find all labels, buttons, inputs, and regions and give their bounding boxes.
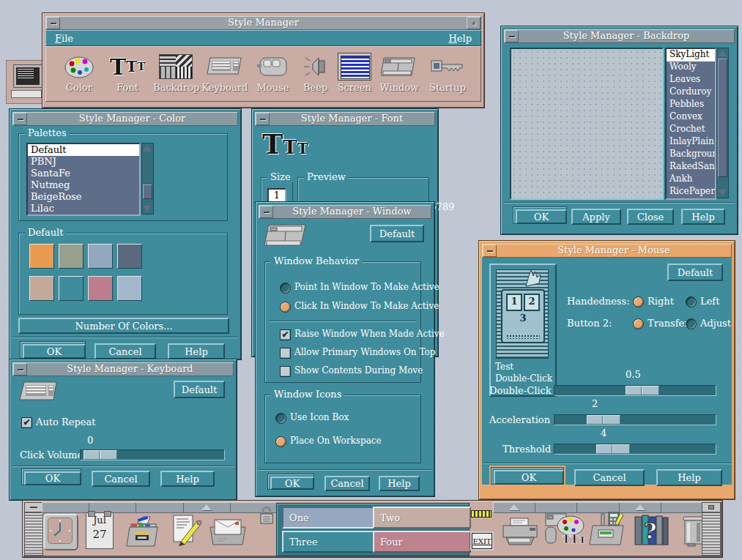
workspace-three-button[interactable]: Three [282,531,377,553]
allow-checkbox[interactable] [280,348,291,359]
color-swatch[interactable] [117,244,142,269]
auto-repeat-checkbox[interactable]: ✔ [21,417,32,428]
size-item[interactable]: 1 [269,190,285,201]
list-item[interactable]: Background [667,149,715,161]
double-click-slider[interactable] [554,385,716,396]
default-button[interactable]: Default [667,264,723,281]
cancel-button[interactable]: Cancel [94,343,156,359]
ok-button[interactable]: OK [270,477,314,490]
help-control[interactable]: ? [632,512,670,548]
ok-button[interactable]: OK [24,471,81,485]
scroll-down-icon[interactable] [143,206,152,212]
color-titlebar[interactable]: Style Manager - Color [12,112,238,126]
printer-control[interactable] [500,517,540,546]
help-button[interactable]: Help [379,476,420,491]
point-radio[interactable] [280,283,291,294]
color-swatch[interactable] [59,276,84,301]
window-menu-button[interactable] [13,113,27,125]
backdrop-titlebar[interactable]: Style Manager - Backdrop [504,29,735,43]
sm-icon-screen[interactable]: Screen [335,51,374,100]
menu-file[interactable]: File [55,33,73,44]
mouse-titlebar[interactable]: Style Manager - Mouse [482,244,732,258]
font-titlebar[interactable]: Style Manager - Font [255,112,435,126]
backdrop-list[interactable]: SkyLight Wooly Leaves Corduroy Pebbles C… [665,48,716,200]
palette-item[interactable]: PBNJ [28,156,139,168]
color-swatch[interactable] [88,244,113,269]
panel-left-handle[interactable] [24,512,43,556]
scrollbar-thumb[interactable] [718,59,727,177]
scroll-down-icon[interactable] [718,190,727,196]
list-item[interactable]: RakedSand [667,161,715,173]
sm-icon-mouse[interactable]: Mouse [251,51,296,100]
panel-right-handle[interactable] [702,512,721,556]
help-button[interactable]: Help [160,471,215,487]
subpanel-arrow-icon[interactable] [509,504,519,510]
scroll-up-icon[interactable] [143,145,152,152]
sm-icon-startup[interactable]: Startup [425,51,470,100]
palette-item[interactable]: SantaFe [28,168,139,179]
color-swatch[interactable] [117,276,142,301]
click-radio[interactable] [280,302,291,313]
list-item[interactable]: RicePaper [667,186,715,198]
scrollbar-thumb[interactable] [143,184,152,199]
text-editor-control[interactable] [168,512,203,548]
workspace-two-button[interactable]: Two [373,507,471,529]
subpanel-tab[interactable] [661,503,702,512]
test-double-click-button[interactable]: 1 2 3 Test Double-Click [489,264,557,397]
workspace-one-button[interactable]: One [282,507,377,529]
subpanel-tab[interactable] [535,503,577,512]
list-item[interactable]: Wooly [667,61,715,74]
window-menu-button[interactable] [13,363,27,376]
slider-thumb[interactable] [596,444,630,454]
keyboard-titlebar[interactable]: Style Manager - Keyboard [12,362,234,376]
palette-item[interactable]: BeigeRose [28,191,139,203]
raise-checkbox[interactable]: ✔ [280,329,291,340]
slider-thumb[interactable] [626,386,659,395]
workspace-four-button[interactable]: Four [373,531,471,553]
show-contents-checkbox[interactable] [280,366,291,377]
mail-control[interactable] [207,517,248,546]
window-menu-button[interactable] [483,244,497,257]
ok-button[interactable]: OK [516,209,567,224]
button2-transfer-radio[interactable] [633,318,644,329]
exit-button[interactable]: EXIT [472,533,492,549]
list-item[interactable]: Pebbles [667,99,715,111]
threshold-slider[interactable] [554,444,716,455]
handedness-right-radio[interactable] [633,296,644,307]
window-menu-button[interactable] [505,30,519,42]
number-of-colors-button[interactable]: Number Of Colors... [18,318,229,334]
style-manager-titlebar[interactable]: Style Manager [45,16,481,30]
window-menu-button[interactable] [46,17,60,29]
lock-control[interactable] [259,505,275,526]
panel-right-minimize[interactable] [702,502,721,512]
list-item[interactable]: Corduroy [667,86,715,99]
help-button[interactable]: Help [681,209,725,225]
panel-left-minimize[interactable] [24,502,43,512]
help-button[interactable]: Help [168,343,225,359]
list-item[interactable]: Crochet [667,124,715,136]
palette-item[interactable]: Nutmeg [28,179,139,191]
style-manager-control[interactable]: TTт [544,512,585,548]
click-volume-slider[interactable] [80,449,225,460]
list-item[interactable]: SkyLight [667,49,715,61]
slider-thumb[interactable] [587,415,620,425]
color-swatch[interactable] [29,276,54,301]
palette-list[interactable]: Default PBNJ SantaFe Nutmeg BeigeRose Li… [26,143,141,216]
sm-icon-color[interactable]: Color [56,51,102,100]
subpanel-tab[interactable] [184,503,231,512]
palette-item[interactable]: Default [28,144,139,156]
color-swatch[interactable] [59,244,84,269]
cancel-button[interactable]: Cancel [324,476,370,491]
list-item[interactable]: InlayPlain [667,136,715,149]
handedness-left-radio[interactable] [686,296,697,307]
terminal-desktop-icon[interactable] [6,60,45,104]
apply-button[interactable]: Apply [571,209,621,225]
calendar-control[interactable]: Jul 27 [86,512,114,549]
list-item[interactable]: Convex [667,111,715,124]
window-menu-button[interactable] [259,206,273,218]
window-size-button[interactable] [467,17,481,29]
application-manager-control[interactable] [588,511,626,548]
sm-icon-beep[interactable]: Beep [299,51,333,100]
scroll-up-icon[interactable] [718,50,727,56]
acceleration-slider[interactable] [554,414,716,425]
